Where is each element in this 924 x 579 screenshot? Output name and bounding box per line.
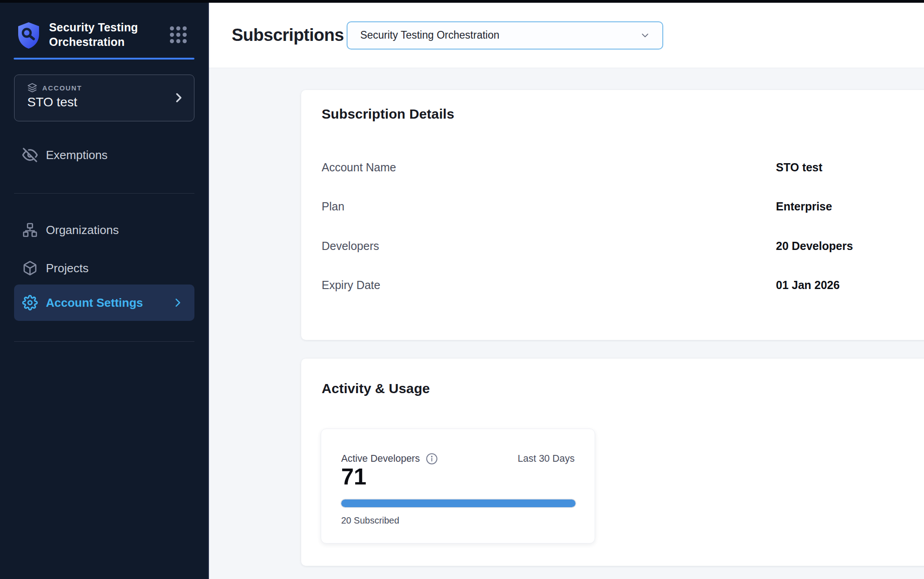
cube-icon <box>22 260 38 276</box>
detail-value: Enterprise <box>776 197 832 215</box>
detail-row-plan: Plan Enterprise <box>322 197 917 215</box>
product-title: Security Testing Orchestration <box>49 20 158 49</box>
sidebar: Security Testing Orchestration ACCOUNT S… <box>0 3 209 579</box>
app-root: Security Testing Orchestration ACCOUNT S… <box>0 3 924 579</box>
activity-usage-card: Activity & Usage Active Developers Last … <box>301 359 924 566</box>
sidebar-divider <box>14 341 194 342</box>
eye-off-icon <box>22 147 38 163</box>
active-developers-metric-card: Active Developers Last 30 Days 71 20 Sub… <box>321 429 595 544</box>
chevron-right-icon <box>172 297 184 309</box>
sidebar-item-projects[interactable]: Projects <box>14 254 194 283</box>
detail-row-account-name: Account Name STO test <box>322 158 917 176</box>
metric-header: Active Developers Last 30 Days <box>341 452 575 465</box>
metric-period-label: Last 30 Days <box>518 453 575 464</box>
module-selector-value: Security Testing Orchestration <box>360 29 499 41</box>
gear-icon <box>22 294 38 311</box>
detail-label: Plan <box>322 197 344 215</box>
page-header: Subscriptions Security Testing Orchestra… <box>209 3 924 68</box>
account-scope-card[interactable]: ACCOUNT STO test <box>14 75 194 121</box>
subscribed-count-label: 20 Subscribed <box>341 515 399 526</box>
account-name: STO test <box>27 95 77 110</box>
detail-label: Developers <box>322 237 379 255</box>
detail-label: Expiry Date <box>322 276 380 294</box>
detail-value: STO test <box>776 158 822 176</box>
brand-underline <box>14 58 194 60</box>
account-scope-header: ACCOUNT <box>27 83 82 93</box>
org-chart-icon <box>22 222 38 238</box>
activity-usage-title: Activity & Usage <box>322 381 430 396</box>
chevron-right-icon <box>172 91 185 104</box>
sidebar-item-label: Organizations <box>46 223 119 237</box>
chevron-down-icon <box>640 30 651 41</box>
detail-label: Account Name <box>322 158 396 176</box>
sto-shield-logo-icon <box>15 21 42 50</box>
sidebar-item-exemptions[interactable]: Exemptions <box>14 140 194 170</box>
active-developers-value: 71 <box>341 464 367 490</box>
detail-value: 01 Jan 2026 <box>776 276 840 294</box>
account-scope-label: ACCOUNT <box>42 84 82 92</box>
sidebar-divider <box>14 193 194 194</box>
subscription-details-title: Subscription Details <box>322 106 454 122</box>
window-top-strip <box>0 0 924 3</box>
layers-icon <box>27 83 37 93</box>
info-icon[interactable] <box>426 453 438 465</box>
detail-value: 20 Developers <box>776 237 853 255</box>
sidebar-item-label: Projects <box>46 261 89 275</box>
active-developers-progress-track <box>341 499 576 507</box>
detail-row-developers: Developers 20 Developers <box>322 237 917 255</box>
main-content: Subscriptions Security Testing Orchestra… <box>209 3 924 579</box>
module-grid-icon[interactable] <box>168 25 188 45</box>
module-selector-dropdown[interactable]: Security Testing Orchestration <box>347 21 663 50</box>
subscription-details-card: Subscription Details Account Name STO te… <box>301 90 924 340</box>
sidebar-item-organizations[interactable]: Organizations <box>14 215 194 245</box>
page-title: Subscriptions <box>232 25 344 45</box>
active-developers-progress-fill <box>341 499 576 507</box>
active-developers-label: Active Developers <box>341 453 420 464</box>
sidebar-item-label: Exemptions <box>46 148 108 162</box>
sidebar-item-account-settings[interactable]: Account Settings <box>14 285 194 321</box>
detail-row-expiry-date: Expiry Date 01 Jan 2026 <box>322 276 917 294</box>
sidebar-item-label: Account Settings <box>46 296 143 310</box>
